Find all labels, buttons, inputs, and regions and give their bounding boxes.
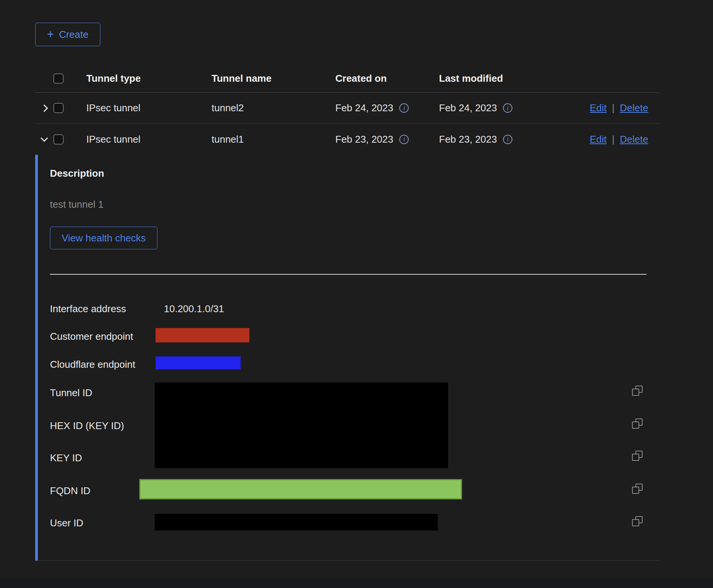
header-last-modified: Last modified xyxy=(439,73,569,84)
tunnel-detail-panel: Description test tunnel 1 View health ch… xyxy=(35,155,660,561)
info-glyph: i xyxy=(403,105,405,112)
row-checkbox-tunnel1[interactable] xyxy=(53,134,64,145)
hex-id-label: HEX ID (KEY ID) xyxy=(50,420,124,431)
table-header-row: Tunnel type Tunnel name Created on Last … xyxy=(35,64,660,93)
customer-endpoint-redacted-value xyxy=(156,328,249,342)
table-row-tunnel1: IPsec tunnel tunnel1 Feb 23, 2023 i Feb … xyxy=(35,124,660,155)
row-expander-cell xyxy=(35,106,53,111)
view-health-checks-button[interactable]: View health checks xyxy=(50,227,157,249)
cloudflare-endpoint-redacted-value xyxy=(156,356,241,369)
row-actions-cell: Edit | Delete xyxy=(569,134,660,145)
row-expander-cell xyxy=(35,138,53,141)
actions-separator: | xyxy=(612,134,615,145)
created-on-value: Feb 24, 2023 xyxy=(335,102,393,114)
select-all-checkbox[interactable] xyxy=(53,73,64,84)
tunnel-table: Tunnel type Tunnel name Created on Last … xyxy=(35,64,660,155)
header-tunnel-name: Tunnel name xyxy=(212,73,335,84)
tunnel-name-value: tunnel1 xyxy=(212,134,335,145)
footer-strip xyxy=(0,578,713,588)
row-checkbox-cell xyxy=(53,103,77,113)
header-tunnel-type: Tunnel type xyxy=(77,73,212,84)
edit-link-tunnel1[interactable]: Edit xyxy=(590,134,607,145)
created-on-cell: Feb 23, 2023 i xyxy=(335,134,439,145)
row-checkbox-cell xyxy=(53,134,77,145)
row-actions-cell: Edit | Delete xyxy=(569,102,660,114)
key-id-label: KEY ID xyxy=(50,452,82,464)
created-on-value: Feb 23, 2023 xyxy=(335,134,393,145)
last-modified-cell: Feb 24, 2023 i xyxy=(439,102,569,114)
user-id-redacted-value xyxy=(155,514,438,530)
info-glyph: i xyxy=(507,136,509,143)
copy-icon[interactable] xyxy=(632,386,642,395)
info-icon[interactable]: i xyxy=(399,135,409,144)
info-icon[interactable]: i xyxy=(503,103,512,113)
user-id-label: User ID xyxy=(50,517,83,529)
interface-address-label: Interface address xyxy=(50,303,126,314)
tunnel-id-label: Tunnel ID xyxy=(50,387,92,398)
description-label: Description xyxy=(50,168,104,179)
chevron-right-icon[interactable] xyxy=(40,104,48,112)
tunnel-type-value: IPsec tunnel xyxy=(77,134,212,145)
created-on-cell: Feb 24, 2023 i xyxy=(335,102,439,114)
tunnel-name-value: tunnel2 xyxy=(212,102,335,114)
info-glyph: i xyxy=(507,105,509,112)
chevron-down-icon[interactable] xyxy=(40,134,48,142)
description-value: test tunnel 1 xyxy=(50,199,104,210)
copy-icon[interactable] xyxy=(632,516,642,526)
delete-link-tunnel2[interactable]: Delete xyxy=(620,102,648,114)
fqdn-id-redacted-value xyxy=(139,479,462,499)
last-modified-value: Feb 24, 2023 xyxy=(439,102,497,114)
copy-icon[interactable] xyxy=(632,418,642,428)
copy-icon[interactable] xyxy=(632,451,642,460)
delete-link-tunnel1[interactable]: Delete xyxy=(620,134,648,145)
actions-separator: | xyxy=(612,102,615,114)
edit-link-tunnel2[interactable]: Edit xyxy=(590,102,607,114)
fqdn-id-label: FQDN ID xyxy=(50,485,90,496)
interface-address-value: 10.200.1.0/31 xyxy=(164,303,224,314)
info-glyph: i xyxy=(403,136,405,143)
header-checkbox-cell xyxy=(53,73,77,84)
tunnel-type-value: IPsec tunnel xyxy=(77,102,212,114)
create-button[interactable]: + Create xyxy=(35,23,100,46)
copy-icon[interactable] xyxy=(632,484,642,493)
cloudflare-endpoint-label: Cloudflare endpoint xyxy=(50,359,135,370)
plus-icon: + xyxy=(47,28,54,40)
last-modified-value: Feb 23, 2023 xyxy=(439,134,497,145)
page: + Create Tunnel type Tunnel name Created… xyxy=(0,0,713,588)
info-icon[interactable]: i xyxy=(503,135,512,144)
ids-redacted-value xyxy=(155,383,448,468)
row-checkbox-tunnel2[interactable] xyxy=(53,103,64,113)
last-modified-cell: Feb 23, 2023 i xyxy=(439,134,569,145)
table-row-tunnel2: IPsec tunnel tunnel2 Feb 24, 2023 i Feb … xyxy=(35,93,660,124)
info-icon[interactable]: i xyxy=(399,103,409,113)
create-button-label: Create xyxy=(59,29,89,40)
header-created-on: Created on xyxy=(335,73,439,84)
customer-endpoint-label: Customer endpoint xyxy=(50,331,133,342)
divider xyxy=(50,274,646,275)
